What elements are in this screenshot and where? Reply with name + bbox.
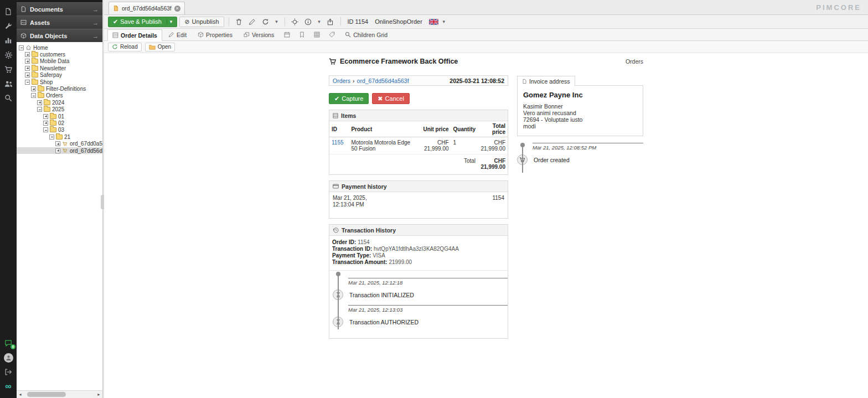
save-dropdown-icon[interactable]: ▾ [167, 19, 173, 24]
info-button[interactable] [303, 17, 314, 27]
tree-item-filter-definitions[interactable]: Filter-Definitions [17, 85, 102, 92]
settings-gear-icon[interactable] [0, 48, 17, 62]
language-dropdown-icon[interactable]: ▾ [441, 17, 447, 27]
open-document-tab[interactable]: ord_67dd56d4a563f × [108, 2, 185, 14]
transaction-field-pay-type: Payment Type: VISA [332, 252, 505, 259]
item-unit-price: CHF 21,999.00 [419, 137, 451, 154]
tab-dependencies[interactable] [310, 29, 324, 40]
invoice-company: Gomez Payne Inc [523, 91, 637, 99]
expand-toggle-icon[interactable] [37, 100, 42, 105]
collapse-toggle-icon[interactable] [25, 80, 30, 85]
logout-icon[interactable] [0, 365, 17, 379]
tree-item-saferpay[interactable]: Saferpay [17, 72, 102, 79]
timeline-line [338, 276, 339, 329]
tab-schedule[interactable] [280, 29, 294, 40]
collapse-toggle-icon[interactable] [49, 135, 54, 139]
ecommerce-cart-icon[interactable] [0, 62, 17, 76]
collapse-toggle-icon[interactable] [43, 127, 48, 132]
tree-item-2025[interactable]: 2025 [17, 106, 102, 113]
tree-item-order-1[interactable]: ord_67dd0a5c [17, 140, 102, 147]
expand-toggle-icon[interactable] [25, 52, 30, 57]
pimcore-wordmark: PIMCORE [816, 3, 861, 12]
payment-panel-title: Payment history [342, 183, 387, 190]
tree-item-mobile-data[interactable]: Mobile Data [17, 58, 102, 65]
accordion-data-objects[interactable]: Data Objects → [17, 29, 102, 42]
tree-item-order-2-selected[interactable]: ord_67dd56d4 [17, 147, 102, 154]
reports-icon[interactable] [0, 33, 17, 48]
breadcrumb-order-link[interactable]: ord_67dd56d4a563f [357, 77, 409, 84]
main-toolbar: ✔ Save & Publish ▾ ⊘ Unpublish ▾ [104, 15, 868, 29]
tree-item-21[interactable]: 21 [17, 133, 102, 140]
users-icon[interactable] [0, 76, 17, 91]
folder-icon [32, 66, 38, 71]
tab-properties[interactable]: Properties [193, 29, 237, 40]
tree-item-orders[interactable]: Orders [17, 92, 102, 99]
notifications-icon[interactable]: 0 [0, 336, 17, 350]
tab-versions[interactable]: Versions [239, 29, 279, 40]
document-tab-bar: ord_67dd56d4a563f × PIMCORE [104, 0, 868, 15]
info-dropdown-icon[interactable]: ▾ [316, 17, 323, 27]
expand-toggle-icon[interactable] [55, 148, 60, 153]
share-button[interactable] [325, 17, 336, 27]
invoice-address-tab[interactable]: Invoice address [517, 76, 575, 86]
pimcore-logo-icon[interactable]: ∞ [0, 379, 17, 394]
expand-toggle-icon[interactable] [55, 141, 60, 146]
tab-notes[interactable] [295, 29, 309, 40]
expand-toggle-icon[interactable] [43, 114, 48, 119]
scroll-right-icon[interactable]: ► [95, 392, 102, 396]
capture-button[interactable]: ✔ Capture [329, 93, 369, 104]
horizontal-scrollbar[interactable]: ◄ ► [17, 390, 102, 398]
unpublish-button[interactable]: ⊘ Unpublish [179, 17, 224, 27]
tab-close-icon[interactable]: × [174, 6, 180, 12]
collapse-toggle-icon[interactable] [19, 45, 24, 50]
transaction-field-amount: Transaction Amount: 21999.00 [332, 259, 505, 266]
tree-item-02[interactable]: 02 [17, 120, 102, 126]
locate-in-tree-button[interactable] [290, 17, 301, 27]
open-button[interactable]: Open [145, 43, 175, 51]
expand-toggle-icon[interactable] [25, 59, 30, 64]
tree-item-01[interactable]: 01 [17, 113, 102, 120]
tree-item-03[interactable]: 03 [17, 127, 102, 133]
tree-item-customers[interactable]: customers [17, 51, 102, 58]
tab-children-grid[interactable]: Children Grid [340, 29, 392, 40]
user-avatar[interactable] [0, 350, 17, 365]
order-details-icon [112, 32, 118, 38]
accordion-assets[interactable]: Assets → [17, 15, 102, 29]
transaction-field-tx-id: Transaction ID: hvtQpYA1fdtlhAa3zI3KA82Q… [332, 246, 505, 252]
tab-tags[interactable] [325, 29, 339, 40]
transaction-history-panel: Transaction History Order ID: 1154 Trans… [329, 224, 508, 339]
reload-view-button[interactable]: Reload [108, 43, 142, 51]
cancel-button[interactable]: ✖ Cancel [372, 93, 409, 104]
search-icon[interactable] [0, 91, 17, 105]
history-clock-icon [333, 227, 339, 233]
breadcrumb-orders-link[interactable]: Orders [333, 77, 350, 84]
scroll-left-icon[interactable]: ◄ [17, 392, 24, 396]
documents-icon[interactable] [0, 4, 17, 19]
save-publish-button[interactable]: ✔ Save & Publish ▾ [108, 17, 177, 27]
expand-toggle-icon[interactable] [43, 121, 48, 126]
expand-toggle-icon[interactable] [25, 66, 30, 71]
invoice-line: Kasimir Bonner [523, 103, 637, 110]
expand-toggle-icon[interactable] [31, 86, 36, 91]
collapse-toggle-icon[interactable] [31, 93, 36, 98]
tab-edit[interactable]: Edit [163, 29, 192, 40]
check-icon: ✔ [113, 18, 118, 25]
reload-button[interactable] [260, 17, 271, 27]
language-flag-icon[interactable] [429, 19, 438, 25]
rename-button[interactable] [247, 17, 258, 27]
tree-item-home[interactable]: Home [17, 44, 102, 51]
tree-item-2024[interactable]: 2024 [17, 99, 102, 106]
timeline-start-dot [336, 272, 340, 276]
tree-item-shop[interactable]: Shop [17, 79, 102, 85]
collapse-toggle-icon[interactable] [37, 107, 42, 112]
tools-icon[interactable] [0, 19, 17, 33]
accordion-documents[interactable]: Documents → [17, 2, 102, 15]
reload-dropdown-icon[interactable]: ▾ [273, 17, 280, 27]
tree-item-newsletter[interactable]: Newsletter [17, 65, 102, 71]
expand-toggle-icon[interactable] [25, 73, 30, 77]
delete-button[interactable] [234, 17, 245, 27]
scrollbar-thumb[interactable] [27, 392, 66, 397]
items-panel-header: Items [329, 110, 508, 121]
tab-order-details[interactable]: Order Details [107, 29, 162, 41]
item-id-link[interactable]: 1155 [332, 139, 344, 146]
